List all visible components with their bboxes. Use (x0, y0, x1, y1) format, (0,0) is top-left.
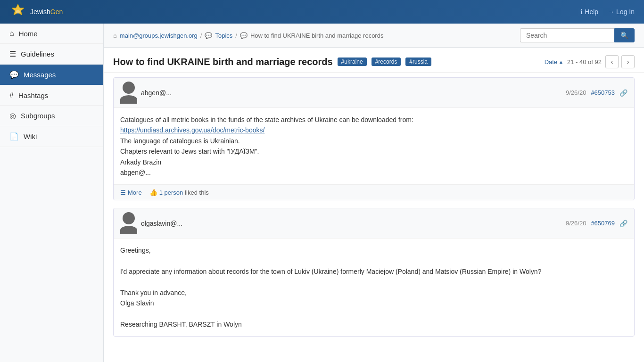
archive-link[interactable]: https://undiasd.archives.gov.ua/doc/metr… (120, 126, 264, 134)
wiki-icon: 📄 (9, 132, 19, 141)
header-nav: ℹ Help → Log In (580, 8, 635, 16)
message-author: abgen@... (120, 82, 172, 104)
breadcrumb: ⌂ main@groups.jewishgen.org / 💬 Topics /… (113, 32, 383, 39)
message-body: Catalogues of all metric books in the fu… (114, 108, 634, 184)
like-count[interactable]: 1 person (159, 189, 183, 196)
permalink-icon[interactable]: 🔗 (619, 220, 627, 227)
message-date: 9/26/20 (566, 89, 586, 96)
message-meta: 9/26/20 #650753 🔗 (566, 89, 627, 97)
breadcrumb-sep-2: / (235, 32, 237, 39)
author-name: abgen@... (141, 89, 172, 97)
topic-meta: Date ▲ 21 - 40 of 92 ‹ › (545, 55, 635, 68)
search-input[interactable] (520, 28, 614, 42)
avatar-head (123, 212, 135, 224)
message-footer: ☰ More 👍 1 person liked this (114, 184, 634, 200)
tag-records[interactable]: #records (372, 58, 401, 66)
topic-title: How to find UKRAINE birth and marriage r… (113, 57, 333, 67)
layout: ⌂ Home ☰ Guidelines 💬 Messages # Hashtag… (0, 24, 644, 362)
breadcrumb-icon: 💬 (240, 32, 248, 39)
search-box: 🔍 (520, 28, 635, 42)
sidebar: ⌂ Home ☰ Guidelines 💬 Messages # Hashtag… (0, 24, 104, 362)
message-card: olgaslavin@... 9/26/20 #650769 🔗 Greetin… (113, 208, 635, 337)
svg-point-1 (16, 10, 20, 14)
sidebar-item-messages[interactable]: 💬 Messages (0, 65, 103, 85)
main-content: ⌂ main@groups.jewishgen.org / 💬 Topics /… (104, 24, 644, 362)
like-icon: 👍 (149, 189, 157, 196)
author-name: olgaslavin@... (141, 220, 182, 227)
breadcrumb-home-link[interactable]: main@groups.jewishgen.org (120, 32, 198, 39)
breadcrumb-bar: ⌂ main@groups.jewishgen.org / 💬 Topics /… (104, 24, 644, 48)
message-body: Greetings, I'd appreciate any informatio… (114, 239, 634, 336)
sidebar-item-subgroups[interactable]: ◎ Subgroups (0, 106, 103, 126)
message-header: olgaslavin@... 9/26/20 #650769 🔗 (114, 208, 634, 239)
breadcrumb-current: How to find UKRAINE birth and marriage r… (250, 32, 384, 39)
sidebar-item-wiki[interactable]: 📄 Wiki (0, 126, 103, 147)
help-link[interactable]: ℹ Help (580, 8, 598, 16)
avatar (120, 82, 137, 104)
guidelines-icon: ☰ (9, 49, 16, 58)
avatar-head (123, 82, 135, 94)
message-meta: 9/26/20 #650769 🔗 (566, 220, 627, 227)
topic-title-left: How to find UKRAINE birth and marriage r… (113, 57, 431, 67)
subgroups-icon: ◎ (9, 111, 16, 120)
avatar-body (120, 226, 137, 234)
sort-arrow-icon: ▲ (559, 59, 563, 65)
login-link[interactable]: → Log In (608, 8, 635, 16)
logo: JewishGen (9, 3, 63, 20)
avatar-body (120, 95, 137, 104)
permalink-icon[interactable]: 🔗 (619, 89, 627, 97)
like-info: 👍 1 person liked this (149, 189, 209, 196)
avatar (120, 212, 137, 234)
home-icon: ⌂ (9, 29, 14, 38)
logo-icon (9, 3, 26, 20)
tag-russia[interactable]: #russia (405, 58, 431, 66)
sidebar-item-guidelines[interactable]: ☰ Guidelines (0, 44, 103, 65)
info-icon: ℹ (580, 8, 583, 16)
sidebar-item-hashtags[interactable]: # Hashtags (0, 85, 103, 106)
login-icon: → (608, 8, 614, 16)
pagination-info: 21 - 40 of 92 (567, 58, 602, 66)
messages-area: abgen@... 9/26/20 #650753 🔗 Catalogues o… (104, 73, 644, 349)
next-page-button[interactable]: › (621, 55, 635, 68)
more-link[interactable]: ☰ More (120, 189, 142, 196)
message-id-link[interactable]: #650753 (591, 89, 615, 96)
message-card: abgen@... 9/26/20 #650753 🔗 Catalogues o… (113, 77, 635, 200)
breadcrumb-sep-1: / (200, 32, 202, 39)
search-button[interactable]: 🔍 (614, 28, 635, 42)
message-author: olgaslavin@... (120, 212, 182, 234)
topics-breadcrumb-icon: 💬 (205, 32, 212, 39)
logo-text: JewishGen (30, 8, 63, 16)
sort-label[interactable]: Date ▲ (545, 58, 563, 66)
prev-page-button[interactable]: ‹ (605, 55, 619, 68)
header: JewishGen ℹ Help → Log In (0, 0, 644, 24)
message-header: abgen@... 9/26/20 #650753 🔗 (114, 78, 634, 108)
tag-ukraine[interactable]: #ukraine (338, 58, 367, 66)
message-id-link[interactable]: #650769 (591, 220, 615, 227)
topic-title-bar: How to find UKRAINE birth and marriage r… (104, 48, 644, 73)
pagination-nav: ‹ › (605, 55, 635, 68)
hashtags-icon: # (9, 91, 14, 99)
menu-icon: ☰ (120, 189, 126, 196)
breadcrumb-topics-link[interactable]: Topics (215, 32, 232, 39)
home-breadcrumb-icon: ⌂ (113, 32, 117, 39)
message-date: 9/26/20 (566, 220, 586, 227)
messages-icon: 💬 (9, 70, 19, 79)
sidebar-item-home[interactable]: ⌂ Home (0, 24, 103, 44)
